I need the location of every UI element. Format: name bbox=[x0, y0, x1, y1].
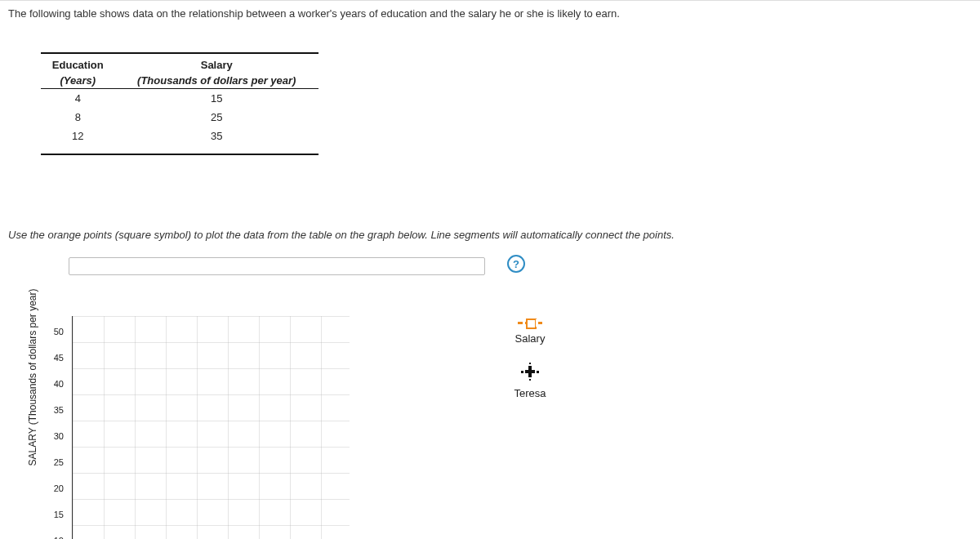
plot-area[interactable] bbox=[72, 316, 350, 539]
cell-edu: 12 bbox=[41, 127, 115, 145]
y-tick: 45 bbox=[54, 345, 64, 371]
y-tick: 15 bbox=[54, 501, 64, 528]
y-tick: 30 bbox=[54, 423, 64, 449]
y-tick: 10 bbox=[54, 528, 64, 539]
y-tick: 20 bbox=[54, 475, 64, 501]
table-row: 4 15 bbox=[41, 89, 318, 109]
square-orange-icon bbox=[518, 322, 542, 324]
table-row: 12 35 bbox=[41, 127, 318, 145]
table-row: 8 25 bbox=[41, 108, 318, 127]
y-tick: 35 bbox=[54, 397, 64, 423]
legend-item-teresa[interactable]: Teresa bbox=[506, 364, 555, 399]
y-tick: 25 bbox=[54, 449, 64, 475]
th-education: Education bbox=[41, 57, 115, 73]
instructions-text: Use the orange points (square symbol) to… bbox=[8, 229, 972, 241]
th-salary-unit: (Thousands of dollars per year) bbox=[115, 73, 319, 89]
cell-edu: 4 bbox=[41, 89, 115, 109]
help-icon[interactable]: ? bbox=[507, 255, 525, 273]
cell-sal: 15 bbox=[115, 89, 319, 109]
cell-edu: 8 bbox=[41, 108, 115, 127]
legend-item-salary[interactable]: Salary bbox=[506, 322, 555, 345]
y-tick: 50 bbox=[54, 318, 64, 345]
th-salary: Salary bbox=[115, 57, 319, 73]
cross-black-icon bbox=[521, 364, 539, 379]
graph-toolbar[interactable] bbox=[69, 257, 485, 275]
cell-sal: 35 bbox=[115, 127, 319, 145]
intro-text: The following table shows data on the re… bbox=[8, 7, 972, 20]
cell-sal: 25 bbox=[115, 108, 319, 127]
y-axis-ticks: 50 45 40 35 30 25 20 15 10 bbox=[41, 257, 64, 539]
th-education-unit: (Years) bbox=[41, 73, 115, 89]
legend-label: Salary bbox=[515, 332, 546, 345]
legend-label: Teresa bbox=[514, 387, 546, 399]
y-axis-label: SALARY (Thousands of dollars per year) bbox=[26, 288, 38, 466]
data-table: Education Salary (Years) (Thousands of d… bbox=[41, 52, 318, 155]
y-tick: 40 bbox=[54, 371, 64, 397]
